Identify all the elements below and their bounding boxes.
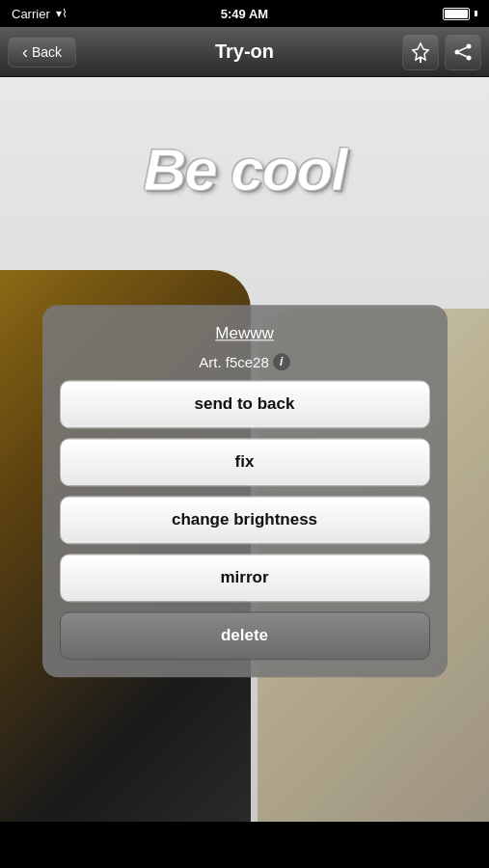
art-label: Art. f5ce28 bbox=[199, 354, 269, 370]
bottom-bar bbox=[0, 822, 489, 868]
panel-art-row: Art. f5ce28 i bbox=[199, 353, 290, 370]
send-to-back-button[interactable]: send to back bbox=[60, 380, 430, 428]
battery-tip bbox=[475, 11, 477, 16]
info-icon[interactable]: i bbox=[273, 353, 290, 370]
change-brightness-button[interactable]: change brightness bbox=[60, 496, 430, 544]
status-time: 5:49 AM bbox=[221, 7, 268, 21]
nav-actions bbox=[402, 34, 481, 70]
svg-line-4 bbox=[459, 47, 467, 51]
share-icon-button[interactable] bbox=[445, 34, 481, 70]
delete-button[interactable]: delete bbox=[60, 611, 430, 660]
back-button[interactable]: Back bbox=[8, 37, 76, 68]
svg-point-2 bbox=[455, 49, 460, 54]
battery-fill bbox=[445, 10, 468, 18]
overlay-panel: Mewww Art. f5ce28 i send to back fix cha… bbox=[42, 305, 448, 677]
panel-link[interactable]: Mewww bbox=[215, 324, 273, 343]
status-left: Carrier ▾⌇ bbox=[12, 7, 68, 21]
svg-point-1 bbox=[467, 43, 472, 48]
carrier-label: Carrier bbox=[12, 7, 50, 21]
mirror-button[interactable]: mirror bbox=[60, 554, 430, 602]
battery-icon bbox=[443, 8, 470, 20]
tagline-text: Be cool bbox=[144, 135, 346, 203]
wifi-icon: ▾⌇ bbox=[56, 7, 68, 20]
nav-title: Try-on bbox=[215, 41, 274, 63]
svg-line-5 bbox=[459, 53, 467, 57]
nav-bar: Back Try-on bbox=[0, 27, 489, 77]
brush-icon-button[interactable] bbox=[402, 34, 439, 70]
status-bar: Carrier ▾⌇ 5:49 AM bbox=[0, 0, 489, 27]
status-right bbox=[443, 8, 477, 20]
svg-point-3 bbox=[467, 55, 472, 60]
fix-button[interactable]: fix bbox=[60, 438, 430, 486]
main-content: Be cool Mewww Art. f5ce28 i send to back… bbox=[0, 77, 489, 868]
